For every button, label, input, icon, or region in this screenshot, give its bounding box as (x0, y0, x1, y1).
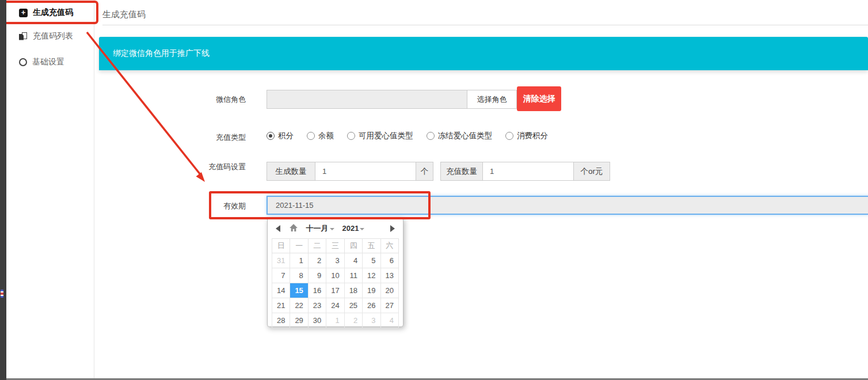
day-cell[interactable]: 19 (363, 283, 380, 298)
window-edge-strip (0, 0, 6, 380)
month-select[interactable]: 十一月 (306, 224, 334, 233)
recharge-count-addon: 充值数量 (440, 162, 483, 181)
day-of-week-header: 六 (380, 239, 398, 253)
radio-label: 余额 (318, 131, 334, 141)
page-title: 生成充值码 (102, 9, 146, 20)
radio-icon (347, 132, 355, 140)
recharge-type-label: 充值类型 (165, 132, 246, 143)
clear-selection-button[interactable]: 清除选择 (517, 86, 561, 111)
recharge-count-group: 充值数量 1 个or元 (440, 162, 610, 181)
day-cell[interactable]: 30 (308, 313, 326, 328)
day-of-week-header: 日 (272, 239, 290, 253)
code-settings-label: 充值码设置 (165, 162, 246, 172)
radio-selected-icon (267, 132, 275, 140)
sidebar-item-label: 生成充值码 (33, 7, 73, 18)
radio-option-2[interactable]: 可用爱心值类型 (347, 131, 413, 141)
day-cell[interactable]: 10 (326, 268, 344, 283)
radio-label: 消费积分 (517, 131, 548, 141)
datepicker-title: 十一月2021 (268, 223, 403, 234)
radio-option-4[interactable]: 消费积分 (505, 131, 548, 141)
recharge-type-options: 积分余额可用爱心值类型冻结爱心值类型消费积分 (267, 131, 548, 141)
recharge-count-input[interactable]: 1 (483, 162, 573, 181)
day-cell[interactable]: 12 (363, 268, 380, 283)
day-of-week-header: 一 (290, 239, 308, 253)
day-cell[interactable]: 20 (380, 283, 398, 298)
title-divider (102, 25, 868, 25)
day-cell[interactable]: 2 (344, 313, 362, 328)
day-cell[interactable]: 2 (308, 253, 326, 268)
edge-widget (1, 290, 3, 298)
copy-icon (19, 32, 28, 41)
radio-option-3[interactable]: 冻结爱心值类型 (427, 131, 493, 141)
day-cell[interactable]: 14 (272, 283, 290, 298)
datepicker-popup: 十一月2021 日一二三四五六 311234567891011121314151… (267, 218, 403, 327)
datepicker-grid: 日一二三四五六 31123456789101112131415161718192… (272, 238, 399, 328)
generate-count-suffix: 个 (416, 162, 433, 181)
day-cell[interactable]: 11 (344, 268, 362, 283)
radio-icon (505, 132, 513, 140)
year-select[interactable]: 2021 (342, 224, 365, 233)
generate-count-input[interactable]: 1 (315, 162, 416, 181)
day-cell[interactable]: 16 (308, 283, 326, 298)
day-cell[interactable]: 27 (380, 298, 398, 313)
validity-date-input[interactable]: 2021-11-15 (267, 196, 868, 215)
next-month-icon[interactable] (390, 225, 395, 232)
datepicker-nav: 十一月2021 (268, 222, 403, 235)
day-cell[interactable]: 22 (290, 298, 308, 313)
day-cell[interactable]: 26 (363, 298, 380, 313)
sidebar-item-label: 基础设置 (32, 57, 64, 67)
day-cell[interactable]: 13 (380, 268, 398, 283)
validity-label: 有效期 (165, 201, 246, 211)
sidebar: 生成充值码充值码列表基础设置 (6, 0, 94, 378)
radio-option-1[interactable]: 余额 (307, 131, 334, 141)
day-cell[interactable]: 4 (344, 253, 362, 268)
radio-icon (307, 132, 315, 140)
day-cell[interactable]: 3 (326, 253, 344, 268)
day-cell[interactable]: 5 (363, 253, 380, 268)
select-role-button[interactable]: 选择角色 (467, 90, 517, 109)
radio-label: 可用爱心值类型 (359, 131, 413, 141)
day-cell[interactable]: 7 (272, 268, 290, 283)
day-cell[interactable]: 4 (380, 313, 398, 328)
day-cell[interactable]: 31 (272, 253, 290, 268)
day-cell[interactable]: 9 (308, 268, 326, 283)
wechat-role-label: 微信角色 (165, 94, 246, 105)
day-cell[interactable]: 23 (308, 298, 326, 313)
day-cell[interactable]: 17 (326, 283, 344, 298)
radio-label: 积分 (278, 131, 294, 141)
day-cell[interactable]: 8 (290, 268, 308, 283)
day-cell[interactable]: 29 (290, 313, 308, 328)
radio-icon (427, 132, 435, 140)
radio-option-0[interactable]: 积分 (267, 131, 294, 141)
day-cell[interactable]: 18 (344, 283, 362, 298)
day-cell[interactable]: 28 (272, 313, 290, 328)
radio-label: 冻结爱心值类型 (438, 131, 493, 141)
recharge-count-suffix: 个or元 (573, 162, 610, 181)
day-cell[interactable]: 21 (272, 298, 290, 313)
generate-count-addon: 生成数量 (267, 162, 315, 181)
circle-icon (19, 58, 27, 66)
sidebar-item-0[interactable]: 生成充值码 (6, 4, 94, 21)
panel-header-text: 绑定微信角色用于推广下线 (113, 48, 210, 59)
day-cell[interactable]: 6 (380, 253, 398, 268)
chevron-down-icon (360, 228, 364, 230)
day-cell-selected[interactable]: 15 (290, 283, 308, 298)
day-cell[interactable]: 24 (326, 298, 344, 313)
day-cell[interactable]: 1 (290, 253, 308, 268)
day-of-week-header: 三 (326, 239, 344, 253)
sidebar-item-1[interactable]: 充值码列表 (6, 28, 94, 45)
generate-count-group: 生成数量 1 个 (267, 162, 433, 181)
sidebar-item-label: 充值码列表 (33, 31, 73, 41)
day-cell[interactable]: 1 (326, 313, 344, 328)
day-of-week-header: 五 (363, 239, 380, 253)
day-of-week-header: 四 (344, 239, 362, 253)
day-of-week-header: 二 (308, 239, 326, 253)
wechat-role-input[interactable] (267, 90, 467, 109)
sidebar-item-2[interactable]: 基础设置 (6, 54, 94, 71)
plus-square-icon (19, 9, 28, 17)
day-cell[interactable]: 25 (344, 298, 362, 313)
day-cell[interactable]: 3 (363, 313, 380, 328)
panel-header: 绑定微信角色用于推广下线 (99, 37, 868, 70)
chevron-down-icon (330, 228, 334, 230)
